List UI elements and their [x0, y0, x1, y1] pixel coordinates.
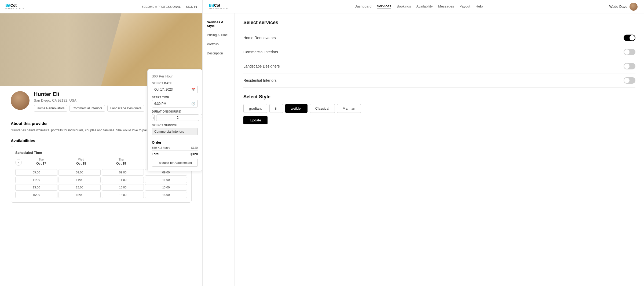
slot-0-1[interactable]: 09:00: [58, 169, 101, 176]
tag-commercial: Commercial Interiors: [69, 105, 105, 112]
profile-tags: Home Rennovators Commercial Interiors La…: [34, 105, 144, 112]
service-toggle-1[interactable]: [624, 49, 635, 55]
calendar-icon: 📅: [191, 88, 195, 91]
nav-services[interactable]: Services: [377, 4, 391, 9]
select-date-group: SELECT DATE Oct 17, 2023 📅: [152, 82, 198, 93]
right-main: Select services Home Rennovators Commerc…: [235, 13, 644, 286]
profile-info: Hunter Eli San Diego, CA 92132, USA Home…: [34, 91, 144, 112]
duration-minus[interactable]: +: [152, 114, 155, 121]
service-label: SELECT SERVICE: [152, 124, 198, 127]
service-row-3: Residential Interiors: [243, 73, 635, 88]
slot-1-1[interactable]: 11:00: [58, 177, 101, 183]
right-logo: BitCot MARKETPLACE: [209, 3, 228, 10]
style-buttons: gradiant iii weilder Classical Mannan: [243, 104, 635, 113]
slot-2-1[interactable]: 13:00: [58, 184, 101, 191]
cal-prev-arrow[interactable]: ‹: [15, 159, 22, 166]
service-row-1: Commercial Interiors: [243, 45, 635, 59]
style-btn-weilder[interactable]: weilder: [285, 104, 308, 113]
tag-home: Home Rennovators: [34, 105, 67, 112]
sidebar-item-pricing-time[interactable]: Pricing & Time: [203, 31, 235, 40]
avatar: [11, 91, 30, 110]
style-btn-classical[interactable]: Classical: [310, 104, 335, 113]
booking-price: $60 Per Hour: [152, 74, 198, 79]
duration-label: Durations(hours): [152, 110, 198, 113]
slot-2-2[interactable]: 13:00: [102, 184, 144, 191]
order-line-row: $60 X 2 hours $120: [152, 146, 198, 149]
service-select-wrap: Commercial Interiors Home Rennovators La…: [152, 128, 198, 135]
clock-icon: 🕖: [191, 102, 195, 106]
nav-help[interactable]: Help: [475, 4, 483, 9]
day-col-1: Wed Oct 18: [62, 158, 101, 167]
sidebar-item-description[interactable]: Description: [203, 49, 235, 58]
start-time-group: Start Time 6:30 PM 🕖: [152, 96, 198, 107]
style-section: Select Style gradiant iii weilder Classi…: [243, 94, 635, 124]
profile-location: San Diego, CA 92132, USA: [34, 98, 144, 102]
service-row-0: Home Rennovators: [243, 31, 635, 45]
service-name-3: Residential Interiors: [243, 78, 277, 83]
date-input[interactable]: Oct 17, 2023 📅: [152, 86, 198, 93]
slot-1-3[interactable]: 11:00: [145, 177, 187, 183]
slot-1-0[interactable]: 11:00: [15, 177, 57, 183]
day-col-0: Tue Oct 17: [22, 158, 61, 167]
user-name: Wade Dave: [609, 5, 627, 9]
service-group: SELECT SERVICE Commercial Interiors Home…: [152, 124, 198, 135]
service-name-0: Home Rennovators: [243, 36, 276, 40]
start-time-input[interactable]: 6:30 PM 🕖: [152, 100, 198, 107]
select-services-title: Select services: [243, 20, 635, 25]
order-section: Order $60 X 2 hours $120 Total $120: [152, 138, 198, 156]
style-btn-iii[interactable]: iii: [269, 104, 283, 113]
become-pro-link[interactable]: BECOME A PROFESSIONAL: [142, 5, 181, 8]
order-total-row: Total $120: [152, 150, 198, 156]
duration-plus[interactable]: −: [201, 114, 203, 121]
left-header: BitCot MARKETPLACE BECOME A PROFESSIONAL…: [0, 0, 202, 13]
service-name-1: Commercial Interiors: [243, 50, 278, 54]
left-panel: BitCot MARKETPLACE BECOME A PROFESSIONAL…: [0, 0, 203, 286]
nav-bookings[interactable]: Bookings: [397, 4, 411, 9]
service-toggle-0[interactable]: [624, 35, 635, 41]
slot-3-2[interactable]: 15:00: [102, 192, 144, 198]
right-header: BitCot MARKETPLACE Dashboard Services Bo…: [203, 0, 644, 13]
slot-3-3[interactable]: 15:00: [145, 192, 187, 198]
service-row-2: Landscape Designers: [243, 59, 635, 73]
nav-payout[interactable]: Payout: [459, 4, 470, 9]
nav-availability[interactable]: Availability: [416, 4, 433, 9]
day-col-2: Thu Oct 19: [102, 158, 141, 167]
profile-name: Hunter Eli: [34, 91, 144, 97]
slot-0-0[interactable]: 09:00: [15, 169, 57, 176]
service-select[interactable]: Commercial Interiors Home Rennovators La…: [152, 128, 198, 135]
logo-left: BitCot MARKETPLACE: [5, 3, 24, 10]
sign-in-link[interactable]: SIGN IN: [186, 5, 197, 8]
slot-0-2[interactable]: 09:00: [102, 169, 144, 176]
start-time-label: Start Time: [152, 96, 198, 99]
tag-landscape: Landscape Designers: [107, 105, 144, 112]
user-avatar: [630, 3, 638, 11]
sidebar-item-services-style[interactable]: Services & Style: [203, 18, 235, 31]
service-toggle-3[interactable]: [624, 77, 635, 84]
slot-2-0[interactable]: 13:00: [15, 184, 57, 191]
nav-links: Dashboard Services Bookings Availability…: [354, 4, 483, 9]
service-name-2: Landscape Designers: [243, 64, 280, 68]
calendar-slots: 09:00 09:00 09:00 09:00 11:00 11:00 11:0…: [15, 169, 187, 198]
nav-dashboard[interactable]: Dashboard: [354, 4, 372, 9]
sidebar-item-portfolio[interactable]: Portfolio: [203, 40, 235, 49]
right-panel: BitCot MARKETPLACE Dashboard Services Bo…: [203, 0, 644, 286]
slot-1-2[interactable]: 11:00: [102, 177, 144, 183]
slot-3-0[interactable]: 15:00: [15, 192, 57, 198]
nav-messages[interactable]: Messages: [438, 4, 454, 9]
order-title: Order: [152, 140, 198, 144]
request-appointment-button[interactable]: Request for Appointment: [152, 159, 198, 167]
header-links: BECOME A PROFESSIONAL SIGN IN: [142, 5, 197, 8]
slot-3-1[interactable]: 15:00: [58, 192, 101, 198]
right-sidebar: Services & Style Pricing & Time Portfoli…: [203, 13, 235, 286]
duration-input[interactable]: [156, 114, 199, 121]
update-button[interactable]: Update: [243, 116, 268, 124]
select-date-label: SELECT DATE: [152, 82, 198, 85]
booking-card: $60 Per Hour SELECT DATE Oct 17, 2023 📅 …: [147, 69, 202, 171]
slot-2-3[interactable]: 13:00: [145, 184, 187, 191]
select-style-title: Select Style: [243, 94, 635, 100]
right-content: Services & Style Pricing & Time Portfoli…: [203, 13, 644, 286]
service-toggle-2[interactable]: [624, 63, 635, 69]
style-btn-mannan[interactable]: Mannan: [337, 104, 361, 113]
style-btn-gradiant[interactable]: gradiant: [243, 104, 267, 113]
user-section: Wade Dave: [609, 3, 638, 11]
